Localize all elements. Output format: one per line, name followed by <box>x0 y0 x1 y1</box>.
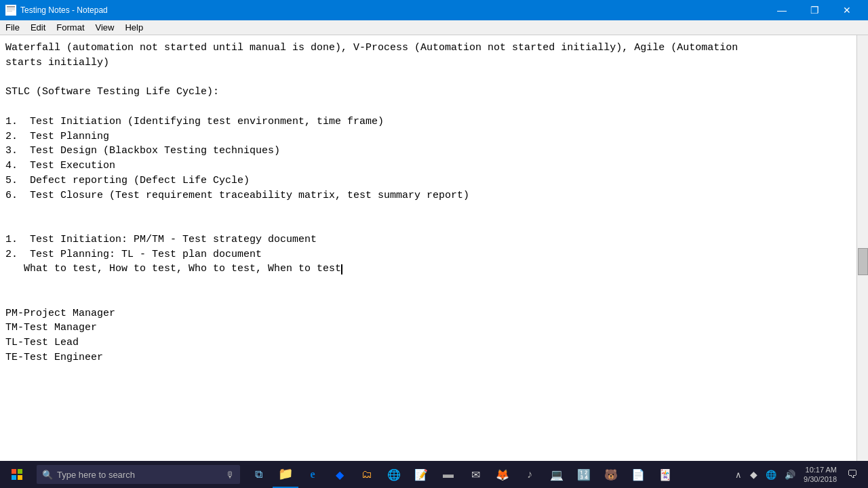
taskbar-app-calc[interactable]: 🔢 <box>571 461 597 488</box>
text-cursor <box>341 264 342 274</box>
app-icon <box>5 5 16 16</box>
svg-rect-7 <box>12 475 16 480</box>
scrollbar-thumb[interactable] <box>858 248 868 275</box>
taskbar-dropbox-icon[interactable]: ◆ <box>747 469 760 480</box>
taskbar-volume-icon[interactable]: 🔊 <box>782 470 798 480</box>
search-placeholder-text: Type here to search <box>57 470 135 480</box>
taskbar-app-explorer[interactable]: 📁 <box>273 461 298 488</box>
scrollbar[interactable] <box>856 35 868 461</box>
clock-date: 9/30/2018 <box>804 474 837 484</box>
taskbar-right-section: ∧ ◆ 🌐 🔊 10:17 AM 9/30/2018 🗨 <box>732 461 868 488</box>
taskbar-app-ie[interactable]: e <box>300 461 326 488</box>
taskbar: 🔍 Type here to search 🎙 ⧉ 📁 e ◆ 🗂 🌐 📝 ▬ … <box>0 461 868 488</box>
taskbar-app-laptop[interactable]: 💻 <box>544 461 570 488</box>
minimize-button[interactable]: — <box>766 0 797 20</box>
clock-time: 10:17 AM <box>804 465 837 474</box>
svg-rect-2 <box>7 8 15 9</box>
taskbar-app-taskview[interactable]: ⧉ <box>245 461 271 488</box>
taskbar-app-notepad2[interactable]: 📝 <box>408 461 434 488</box>
menu-format[interactable]: Format <box>51 21 90 34</box>
taskbar-app-music[interactable]: ♪ <box>517 461 542 488</box>
taskbar-chevron-icon[interactable]: ∧ <box>732 470 745 480</box>
taskbar-clock[interactable]: 10:17 AM 9/30/2018 <box>801 465 840 485</box>
close-button[interactable]: ✕ <box>831 0 863 20</box>
search-icon: 🔍 <box>42 470 53 480</box>
menu-help[interactable]: Help <box>119 21 149 34</box>
window-controls: — ❐ ✕ <box>766 0 863 20</box>
taskbar-app-cards[interactable]: 🃏 <box>652 461 678 488</box>
notification-icon[interactable]: 🗨 <box>842 461 863 488</box>
taskbar-app-files[interactable]: 🗂 <box>354 461 380 488</box>
taskbar-app-chrome[interactable]: 🌐 <box>381 461 407 488</box>
taskbar-app-firefox[interactable]: 🦊 <box>490 461 515 488</box>
svg-rect-6 <box>18 469 22 474</box>
editor-text: Waterfall (automation not started until … <box>5 41 863 365</box>
notepad-editor[interactable]: Waterfall (automation not started until … <box>0 35 868 461</box>
svg-rect-1 <box>7 6 15 7</box>
svg-rect-5 <box>12 469 16 474</box>
windows-logo-icon <box>11 468 23 481</box>
taskbar-app-dropbox[interactable]: ◆ <box>327 461 353 488</box>
svg-rect-8 <box>18 475 22 480</box>
taskbar-network-icon[interactable]: 🌐 <box>763 470 779 480</box>
start-button[interactable] <box>0 461 34 488</box>
microphone-icon: 🎙 <box>226 470 235 480</box>
taskbar-app-bear[interactable]: 🐻 <box>598 461 624 488</box>
window-title: Testing Notes - Notepad <box>20 5 108 15</box>
menu-bar: File Edit Format View Help <box>0 20 868 35</box>
title-bar: Testing Notes - Notepad — ❐ ✕ <box>0 0 868 20</box>
taskbar-app-mail[interactable]: ✉ <box>462 461 488 488</box>
svg-rect-3 <box>7 9 15 10</box>
taskbar-app-pdf[interactable]: 📄 <box>625 461 651 488</box>
menu-file[interactable]: File <box>0 21 25 34</box>
taskbar-app-terminal[interactable]: ▬ <box>435 461 461 488</box>
menu-edit[interactable]: Edit <box>25 21 51 34</box>
taskbar-search-bar[interactable]: 🔍 Type here to search 🎙 <box>37 465 240 484</box>
taskbar-apps: ⧉ 📁 e ◆ 🗂 🌐 📝 ▬ ✉ 🦊 ♪ 💻 🔢 🐻 📄 🃏 <box>245 461 678 488</box>
restore-button[interactable]: ❐ <box>799 0 830 20</box>
svg-rect-4 <box>7 11 12 12</box>
menu-view[interactable]: View <box>90 21 120 34</box>
